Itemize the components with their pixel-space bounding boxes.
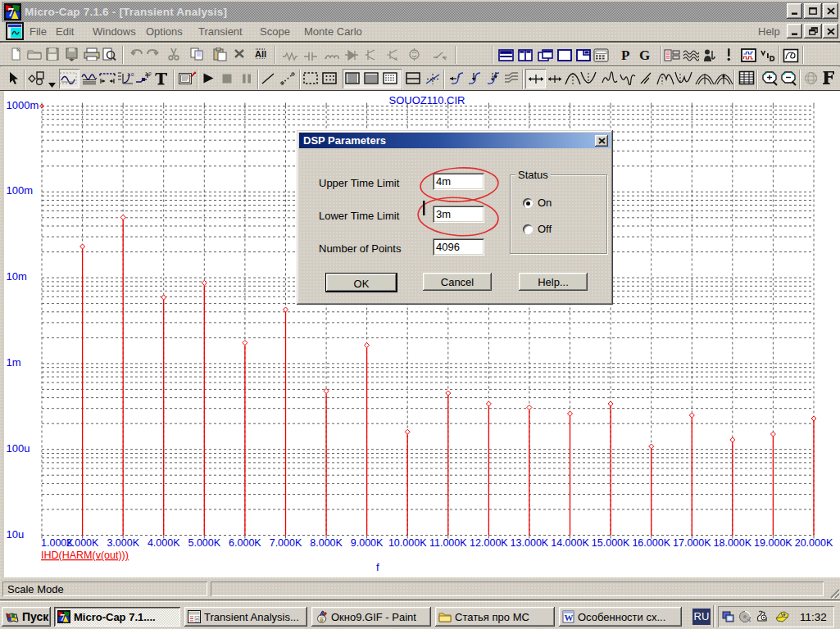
- svg-text:20.000K: 20.000K: [795, 537, 833, 549]
- svg-text:6.000K: 6.000K: [229, 537, 261, 549]
- svg-text:19.000K: 19.000K: [754, 537, 792, 549]
- svg-text:f: f: [376, 561, 379, 573]
- svg-text:9.000K: 9.000K: [351, 537, 384, 549]
- svg-text:14.000K: 14.000K: [551, 537, 589, 549]
- svg-text:7: 7: [60, 613, 65, 622]
- svg-text:4.000K: 4.000K: [148, 537, 180, 549]
- svg-text:W: W: [565, 613, 574, 622]
- svg-text:16.000K: 16.000K: [632, 537, 670, 549]
- svg-text:10m: 10m: [7, 270, 27, 283]
- svg-text:2.000K: 2.000K: [66, 537, 99, 549]
- svg-text:P: P: [621, 48, 629, 61]
- svg-text:5.000K: 5.000K: [188, 537, 220, 549]
- svg-text:G: G: [639, 48, 650, 61]
- svg-text:17.000K: 17.000K: [673, 537, 711, 549]
- svg-text:3.000K: 3.000K: [107, 537, 139, 549]
- svg-text:8.000K: 8.000K: [310, 537, 343, 549]
- svg-text:7.000K: 7.000K: [270, 537, 302, 549]
- svg-text:1.0: 1.0: [127, 72, 134, 77]
- svg-text:1000m: 1000m: [7, 99, 39, 111]
- svg-text:11.000K: 11.000K: [429, 537, 467, 549]
- svg-text:All: All: [255, 49, 266, 59]
- svg-text:1m: 1m: [7, 356, 21, 369]
- svg-text:SOUOZ110.CIR: SOUOZ110.CIR: [389, 94, 465, 106]
- svg-text:13.000K: 13.000K: [511, 537, 549, 549]
- svg-text:IHD(HARM(v(out))): IHD(HARM(v(out))): [41, 550, 129, 561]
- svg-text:100m: 100m: [7, 184, 34, 197]
- svg-text:1.0: 1.0: [145, 71, 152, 76]
- svg-text:12.000K: 12.000K: [470, 537, 508, 549]
- svg-text:15.000K: 15.000K: [592, 537, 630, 549]
- svg-text:10u: 10u: [7, 528, 25, 541]
- svg-text:100u: 100u: [7, 442, 30, 455]
- svg-text:18.000K: 18.000K: [714, 537, 752, 549]
- svg-text:7: 7: [7, 6, 14, 19]
- svg-text:10.000K: 10.000K: [388, 537, 427, 549]
